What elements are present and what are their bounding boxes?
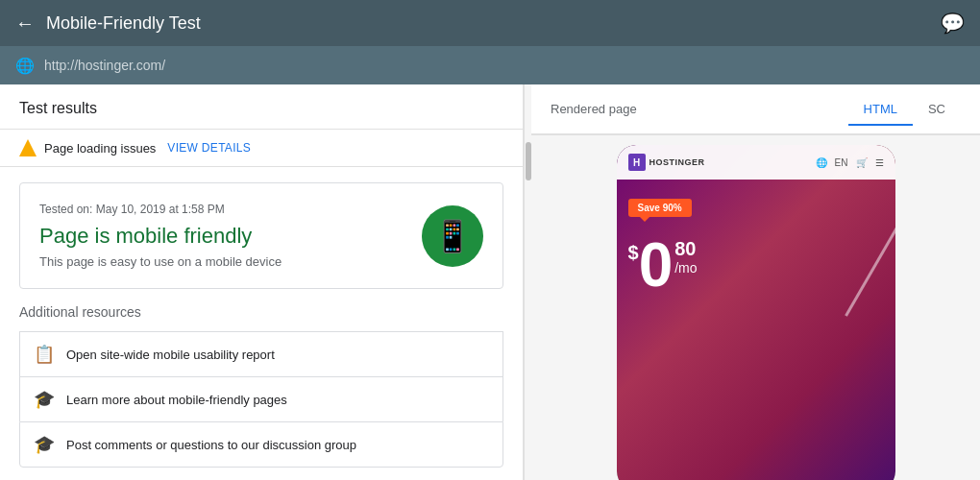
price-cents-mo: 80 /mo — [674, 234, 697, 279]
additional-resources: Additional resources 📋 Open site-wide mo… — [0, 304, 523, 480]
main-content: Test results Page loading issues VIEW DE… — [0, 84, 980, 480]
result-card: Tested on: May 10, 2019 at 1:58 PM Page … — [19, 182, 503, 289]
view-details-link[interactable]: VIEW DETAILS — [167, 141, 251, 155]
resource-text-1: Open site-wide mobile usability report — [66, 348, 275, 362]
price-zero: 0 — [639, 234, 674, 296]
chat-icon[interactable]: 💬 — [941, 12, 965, 35]
result-card-text: Tested on: May 10, 2019 at 1:58 PM Page … — [39, 203, 282, 269]
report-icon: 📋 — [34, 344, 53, 365]
resource-text-3: Post comments or questions to our discus… — [66, 438, 356, 452]
app-title: Mobile-Friendly Test — [46, 13, 929, 34]
right-panel: Rendered page HTML SC H HOSTINGER � — [531, 84, 980, 480]
phone-hero: Save 90% $ 0 80 /mo — [617, 180, 895, 296]
mobile-icon-circle: 📱 — [422, 205, 483, 267]
globe-en-icon: 🌐 — [816, 157, 827, 168]
phone-mockup: H HOSTINGER 🌐 EN 🛒 ☰ Save 90% — [617, 145, 895, 480]
additional-resources-title: Additional resources — [19, 304, 503, 320]
resource-item-3[interactable]: 🎓 Post comments or questions to our disc… — [19, 421, 503, 468]
menu-icon: ☰ — [875, 157, 884, 168]
learn-icon: 🎓 — [34, 389, 53, 410]
test-results-header: Test results — [0, 84, 523, 130]
price-mo: /mo — [674, 260, 697, 279]
phone-screen: H HOSTINGER 🌐 EN 🛒 ☰ Save 90% — [617, 145, 895, 480]
tab-sc[interactable]: SC — [913, 94, 961, 126]
resource-text-2: Learn more about mobile-friendly pages — [66, 393, 287, 407]
en-label: EN — [835, 157, 848, 168]
save-badge: Save 90% — [628, 199, 692, 217]
rendered-page-label: Rendered page — [551, 102, 637, 116]
nav-right: 🌐 EN 🛒 ☰ — [816, 157, 884, 168]
warning-icon — [19, 139, 37, 156]
price-dollar: $ — [628, 242, 639, 264]
resource-item-1[interactable]: 📋 Open site-wide mobile usability report — [19, 331, 503, 376]
mobile-friendly-title: Page is mobile friendly — [39, 224, 282, 249]
url-bar: 🌐 http://hostinger.com/ — [0, 46, 980, 84]
scroll-thumb[interactable] — [526, 142, 531, 180]
globe-icon: 🌐 — [15, 57, 35, 75]
comment-icon: 🎓 — [34, 434, 53, 455]
mobile-friendly-desc: This page is easy to use on a mobile dev… — [39, 254, 282, 269]
phone-nav: H HOSTINGER 🌐 EN 🛒 ☰ — [617, 145, 895, 180]
tested-on-text: Tested on: May 10, 2019 at 1:58 PM — [39, 203, 282, 216]
loading-issues-bar: Page loading issues VIEW DETAILS — [0, 130, 523, 167]
tab-html[interactable]: HTML — [848, 94, 913, 126]
loading-issues-label: Page loading issues — [44, 141, 156, 156]
tab-group: HTML SC — [848, 94, 961, 124]
price-cents: 80 — [674, 238, 697, 260]
back-button[interactable]: ← — [15, 13, 35, 33]
right-panel-header: Rendered page HTML SC — [531, 84, 980, 135]
test-results-title: Test results — [19, 100, 97, 116]
url-text: http://hostinger.com/ — [44, 58, 165, 73]
logo-h-icon: H — [628, 154, 646, 171]
top-bar: ← Mobile-Friendly Test 💬 — [0, 0, 980, 46]
hostinger-brand-text: HOSTINGER — [649, 157, 705, 167]
resource-item-2[interactable]: 🎓 Learn more about mobile-friendly pages — [19, 376, 503, 421]
left-panel: Test results Page loading issues VIEW DE… — [0, 84, 524, 480]
phone-area: H HOSTINGER 🌐 EN 🛒 ☰ Save 90% — [531, 135, 980, 480]
scroll-bar[interactable] — [524, 84, 531, 480]
price-display: $ 0 80 /mo — [628, 234, 884, 296]
phone-icon: 📱 — [433, 218, 472, 254]
hostinger-logo: H HOSTINGER — [628, 154, 705, 171]
cart-icon: 🛒 — [856, 157, 868, 168]
